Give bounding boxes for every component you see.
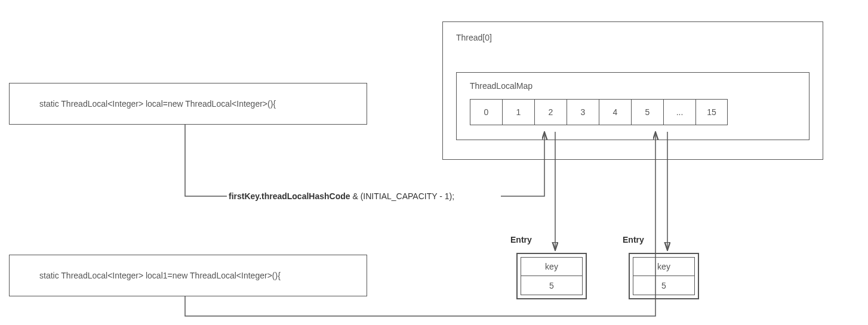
slot-array: 0 1 2 3 4 5 ... 15 bbox=[470, 99, 796, 125]
code-text-local1: static ThreadLocal<Integer> local1=new T… bbox=[39, 271, 281, 280]
code-text-local: static ThreadLocal<Integer> local=new Th… bbox=[39, 99, 276, 109]
code-box-local: static ThreadLocal<Integer> local=new Th… bbox=[9, 83, 367, 125]
thread-title: Thread[0] bbox=[456, 33, 809, 42]
entry-box-2: key 5 bbox=[629, 253, 699, 299]
slot-1: 1 bbox=[502, 99, 534, 125]
slot-5: 5 bbox=[631, 99, 663, 125]
slot-0: 0 bbox=[470, 99, 502, 125]
slot-ellipsis: ... bbox=[663, 99, 695, 125]
map-title: ThreadLocalMap bbox=[470, 81, 796, 91]
hash-formula: firstKey.threadLocalHashCode & (INITIAL_… bbox=[229, 191, 454, 201]
thread-box: Thread[0] ThreadLocalMap 0 1 2 3 4 5 ...… bbox=[442, 21, 823, 160]
slot-4: 4 bbox=[599, 99, 631, 125]
code-box-local1: static ThreadLocal<Integer> local1=new T… bbox=[9, 255, 367, 296]
entry-label-2: Entry bbox=[623, 235, 644, 244]
slot-15: 15 bbox=[695, 99, 728, 125]
entry-box-1: key 5 bbox=[516, 253, 587, 299]
threadlocalmap-box: ThreadLocalMap 0 1 2 3 4 5 ... 15 bbox=[456, 72, 809, 140]
hash-formula-bold: firstKey.threadLocalHashCode bbox=[229, 191, 350, 201]
entry1-value: 5 bbox=[521, 276, 583, 295]
entry1-key: key bbox=[521, 257, 583, 276]
slot-2: 2 bbox=[534, 99, 567, 125]
entry2-key: key bbox=[633, 257, 695, 276]
hash-formula-rest: & (INITIAL_CAPACITY - 1); bbox=[350, 191, 455, 201]
entry-label-1: Entry bbox=[510, 235, 532, 244]
slot-3: 3 bbox=[567, 99, 599, 125]
entry2-value: 5 bbox=[633, 276, 695, 295]
